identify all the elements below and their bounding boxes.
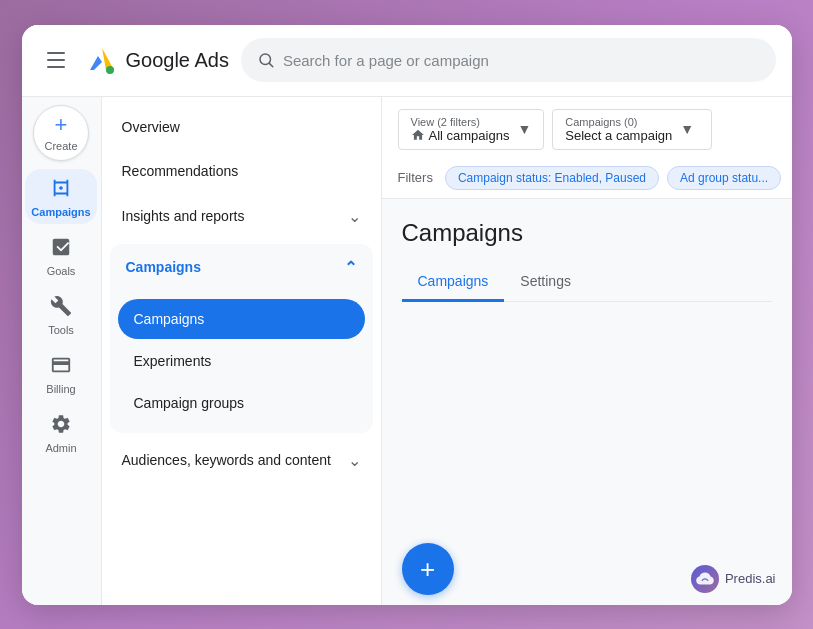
filter-chip-status[interactable]: Campaign status: Enabled, Paused bbox=[445, 166, 659, 190]
main-content: Campaigns Campaigns Settings + bbox=[382, 199, 792, 605]
app-name: Google Ads bbox=[126, 49, 229, 72]
left-nav: + Create Campaigns Goals bbox=[22, 97, 102, 605]
view-dropdown-label: View (2 filters) bbox=[411, 116, 510, 128]
nav-tools-label: Tools bbox=[48, 324, 74, 336]
create-plus-icon: + bbox=[55, 114, 68, 136]
nav-item-admin[interactable]: Admin bbox=[25, 405, 97, 460]
create-button[interactable]: + Create bbox=[33, 105, 89, 161]
nav-goals-label: Goals bbox=[47, 265, 76, 277]
campaigns-dropdown[interactable]: Campaigns (0) Select a campaign ▼ bbox=[552, 109, 712, 150]
campaigns-dropdown-arrow-icon: ▼ bbox=[680, 121, 694, 137]
nav-campaigns-label: Campaigns bbox=[31, 206, 90, 218]
audiences-label: Audiences, keywords and content bbox=[122, 452, 331, 468]
insights-chevron-down-icon: ⌄ bbox=[348, 207, 361, 226]
fab-button[interactable]: + bbox=[402, 543, 454, 595]
predis-watermark: Predis.ai bbox=[691, 565, 776, 593]
menu-button[interactable] bbox=[38, 42, 74, 78]
sidebar-item-recommendations[interactable]: Recommendations bbox=[102, 149, 381, 193]
body: + Create Campaigns Goals bbox=[22, 97, 792, 605]
sidebar: Overview Recommendations Insights and re… bbox=[102, 97, 382, 605]
campaigns-section-label: Campaigns bbox=[126, 259, 201, 275]
header: Google Ads Search for a page or campaign bbox=[22, 25, 792, 97]
sub-campaign-groups-label: Campaign groups bbox=[134, 395, 245, 411]
fab-plus-icon: + bbox=[420, 556, 435, 582]
predis-label: Predis.ai bbox=[725, 571, 776, 586]
goals-icon bbox=[50, 236, 72, 262]
tools-icon bbox=[50, 295, 72, 321]
campaigns-section: Campaigns ⌃ Campaigns Experiments Campai… bbox=[110, 244, 373, 433]
sidebar-item-audiences[interactable]: Audiences, keywords and content ⌄ bbox=[102, 437, 381, 484]
filter-chip-adgroup[interactable]: Ad group statu... bbox=[667, 166, 781, 190]
create-label: Create bbox=[44, 140, 77, 152]
nav-item-goals[interactable]: Goals bbox=[25, 228, 97, 283]
sidebar-sub-campaign-groups[interactable]: Campaign groups bbox=[118, 383, 365, 423]
view-dropdown[interactable]: View (2 filters) All campaigns ▼ bbox=[398, 109, 545, 150]
sub-experiments-label: Experiments bbox=[134, 353, 212, 369]
campaigns-dropdown-label: Campaigns (0) bbox=[565, 116, 672, 128]
sidebar-item-insights[interactable]: Insights and reports ⌄ bbox=[102, 193, 381, 240]
svg-point-2 bbox=[106, 66, 114, 74]
predis-logo-icon bbox=[691, 565, 719, 593]
recommendations-label: Recommendations bbox=[122, 163, 239, 179]
search-placeholder: Search for a page or campaign bbox=[283, 52, 489, 69]
nav-item-billing[interactable]: Billing bbox=[25, 346, 97, 401]
tab-settings[interactable]: Settings bbox=[504, 263, 587, 302]
view-dropdown-arrow-icon: ▼ bbox=[517, 121, 531, 137]
svg-marker-1 bbox=[90, 56, 102, 70]
main-toolbar: View (2 filters) All campaigns ▼ Campaig… bbox=[382, 97, 792, 199]
nav-billing-label: Billing bbox=[46, 383, 75, 395]
admin-icon bbox=[50, 413, 72, 439]
search-icon bbox=[257, 51, 275, 69]
nav-item-campaigns[interactable]: Campaigns bbox=[25, 169, 97, 224]
campaigns-dropdown-value: Select a campaign bbox=[565, 128, 672, 143]
insights-label: Insights and reports bbox=[122, 208, 245, 224]
campaigns-icon bbox=[50, 177, 72, 203]
sidebar-sub-campaigns[interactable]: Campaigns bbox=[118, 299, 365, 339]
tab-campaigns[interactable]: Campaigns bbox=[402, 263, 505, 302]
sidebar-sub-experiments[interactable]: Experiments bbox=[118, 341, 365, 381]
overview-label: Overview bbox=[122, 119, 180, 135]
billing-icon bbox=[50, 354, 72, 380]
toolbar-top: View (2 filters) All campaigns ▼ Campaig… bbox=[398, 109, 776, 150]
svg-line-4 bbox=[269, 63, 272, 66]
svg-point-5 bbox=[59, 186, 63, 190]
main-content-area: View (2 filters) All campaigns ▼ Campaig… bbox=[382, 97, 792, 605]
audiences-chevron-down-icon: ⌄ bbox=[348, 451, 361, 470]
logo-area: Google Ads bbox=[86, 44, 229, 76]
sub-campaigns-label: Campaigns bbox=[134, 311, 205, 327]
filters-label: Filters bbox=[398, 170, 433, 185]
campaigns-sub-items: Campaigns Experiments Campaign groups bbox=[110, 291, 373, 433]
home-icon bbox=[411, 128, 425, 142]
page-title: Campaigns bbox=[402, 219, 772, 247]
view-dropdown-value: All campaigns bbox=[429, 128, 510, 143]
google-ads-logo-icon bbox=[86, 44, 118, 76]
nav-admin-label: Admin bbox=[45, 442, 76, 454]
campaigns-section-header[interactable]: Campaigns ⌃ bbox=[110, 244, 373, 291]
campaigns-chevron-up-icon: ⌃ bbox=[344, 258, 357, 277]
sidebar-item-overview[interactable]: Overview bbox=[102, 105, 381, 149]
search-bar[interactable]: Search for a page or campaign bbox=[241, 38, 776, 82]
toolbar-filters: Filters Campaign status: Enabled, Paused… bbox=[398, 158, 776, 198]
content-tabs: Campaigns Settings bbox=[402, 263, 772, 302]
nav-item-tools[interactable]: Tools bbox=[25, 287, 97, 342]
